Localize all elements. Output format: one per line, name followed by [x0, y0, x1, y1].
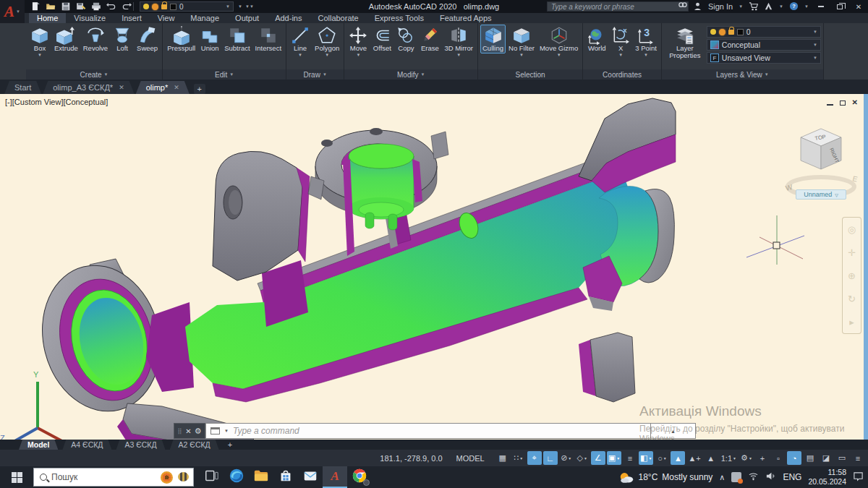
chevron-down-icon[interactable]: ▼ [804, 4, 809, 9]
qat-more-icon[interactable]: ▼ [238, 4, 242, 9]
status-toggle-object-snap[interactable]: ▣▼ [607, 451, 621, 465]
ribbon-tab-visualize[interactable]: Visualize [66, 13, 114, 23]
search-icon[interactable] [678, 1, 687, 12]
panel-label-coordinates[interactable]: Coordinates [583, 69, 661, 80]
layout-tab-model[interactable]: Model [19, 440, 58, 450]
minimize-button[interactable] [814, 1, 827, 12]
pan-icon[interactable]: ✛ [848, 247, 856, 258]
status-toggle-ortho-mode[interactable]: ∟ [543, 451, 558, 465]
status-toggle-lineweight[interactable]: ≡ [623, 451, 637, 465]
command-line-grip[interactable]: ⣿✕ ⚙ [174, 423, 205, 439]
ribbon-tab-insert[interactable]: Insert [114, 13, 150, 23]
ribbon-button-sweep[interactable]: Sweep [135, 25, 160, 53]
drawing-canvas[interactable]: [-][Custom View][Conceptual] ✕ [0, 94, 868, 440]
ribbon-tab-collaborate[interactable]: Collaborate [310, 13, 366, 23]
ribbon-tab-home[interactable]: Home [29, 13, 66, 23]
status-toggle-annotation-scale[interactable]: 1:1▼ [720, 451, 738, 465]
taskbar-clock[interactable]: 11:5820.05.2024 [808, 468, 846, 487]
orbit-icon[interactable]: ↻ [848, 294, 856, 304]
file-tab-start[interactable]: Start [4, 81, 41, 94]
status-toggle-isometric-drafting[interactable]: ◇▼ [575, 451, 590, 465]
save-icon[interactable] [61, 1, 71, 12]
ribbon-tab-add-ins[interactable]: Add-ins [267, 13, 310, 23]
panel-label-selection[interactable]: Selection [478, 69, 582, 80]
ribbon-tab-output[interactable]: Output [227, 13, 267, 23]
taskbar-app-chrome[interactable] [347, 466, 372, 488]
taskbar-search-input[interactable]: Пошук [33, 468, 194, 487]
vertical-scrollbar[interactable] [864, 94, 868, 440]
plot-icon[interactable] [91, 1, 101, 12]
ribbon-button-move[interactable]: Move▼ [346, 25, 370, 59]
panel-label-create[interactable]: Create▼ [26, 69, 162, 80]
status-toggle-workspace-switching[interactable]: ⚙▼ [739, 451, 754, 465]
ribbon-button-x[interactable]: xX▼ [609, 25, 632, 59]
status-toggle-clean-screen[interactable]: ▭ [835, 451, 849, 465]
open-folder-icon[interactable] [46, 1, 56, 12]
status-toggle-isolate-objects[interactable]: ▫ [771, 451, 786, 465]
status-toggle-snap-mode[interactable]: ∷▼ [511, 451, 526, 465]
viewport-close-icon[interactable]: ✕ [852, 99, 858, 106]
close-button[interactable]: ✕ [852, 1, 865, 12]
language-indicator[interactable]: ENG [783, 472, 801, 482]
wifi-icon[interactable] [748, 471, 759, 484]
volume-icon[interactable] [765, 471, 776, 484]
chevron-down-icon[interactable]: ▼ [739, 4, 743, 9]
ribbon-button-layer-properties[interactable]: Layer Properties [664, 25, 706, 61]
hidden-icons-chevron[interactable]: ∧ [719, 473, 725, 482]
full-navigation-wheel-icon[interactable]: ◎ [848, 224, 856, 235]
chevron-down-icon[interactable]: ▼ [779, 4, 783, 9]
layout-tab-a3-єскд[interactable]: A3 ЄСКД [116, 440, 165, 450]
notification-center-icon[interactable] [853, 471, 864, 484]
ribbon-button-polygon[interactable]: Polygon▼ [312, 25, 341, 59]
ribbon-button-intersect[interactable]: Intersect [253, 25, 284, 53]
status-toggle-hardware-acceleration[interactable]: ◔ [787, 451, 801, 465]
view-name-pill[interactable]: Unnamed▽ [796, 189, 846, 200]
taskbar-app-mail[interactable] [298, 466, 323, 488]
status-toggle-3d-object-snap[interactable]: ○▼ [655, 451, 669, 465]
application-menu-button[interactable]: A▼ [0, 0, 25, 23]
combo-0[interactable]: 0▼ [707, 26, 821, 38]
tray-app-icon[interactable] [731, 472, 741, 482]
panel-label-modify[interactable]: Modify▼ [344, 69, 477, 80]
command-popup-box[interactable]: ▲ [651, 423, 696, 439]
status-toggle-transparency[interactable]: ◧▼ [639, 451, 653, 465]
ribbon-button-loft[interactable]: Loft [111, 25, 134, 53]
taskbar-app-store[interactable] [273, 466, 298, 488]
status-toggle-annotation-visibility[interactable]: ▲ [671, 451, 685, 465]
user-icon[interactable] [693, 1, 702, 12]
viewport-restore-icon[interactable] [840, 100, 846, 106]
ribbon-button-no-filter[interactable]: No Filter▼ [506, 25, 537, 59]
ribbon-button-revolve[interactable]: Revolve [81, 25, 110, 53]
panel-label-edit[interactable]: Edit▼ [163, 69, 286, 80]
new-layout-button[interactable]: + [224, 440, 237, 449]
status-toggle-dynamic-input[interactable]: ⌖ [527, 451, 542, 465]
combo-unsaved-view[interactable]: FUnsaved View▼ [707, 52, 821, 64]
command-input[interactable]: ▼ Type a command [205, 423, 651, 439]
status-toggle-customize-plus[interactable]: + [755, 451, 770, 465]
taskbar-weather[interactable]: 18°C Mostly sunny [618, 471, 713, 484]
viewcube[interactable]: W E TOP RIGHT [785, 129, 859, 196]
taskbar-app-explorer[interactable] [249, 466, 273, 488]
panel-label-draw[interactable]: Draw▼ [286, 69, 344, 80]
new-file-icon[interactable] [30, 1, 41, 12]
start-button[interactable] [0, 466, 33, 488]
ribbon-button-line[interactable]: Line▼ [289, 25, 312, 59]
cart-icon[interactable] [749, 1, 758, 12]
ribbon-button-3d-mirror[interactable]: 3D Mirror▼ [442, 25, 475, 59]
help-icon[interactable]: ? [789, 1, 799, 12]
navigation-bar[interactable]: ◎ ✛ ⊕ ↻ ▸ [842, 217, 861, 334]
combo-conceptual[interactable]: Conceptual▼ [707, 39, 821, 51]
zoom-icon[interactable]: ⊕ [848, 270, 856, 281]
restore-button[interactable] [833, 1, 846, 12]
status-toggle-object-snap-tracking[interactable]: ∠ [591, 451, 605, 465]
search-highlight-bee-image[interactable] [178, 472, 189, 481]
ribbon-button-extrude[interactable]: Extrude [52, 25, 80, 53]
ribbon-tab-manage[interactable]: Manage [182, 13, 227, 23]
ribbon-button-erase[interactable]: Erase [418, 25, 441, 53]
model-space-button[interactable]: MODEL [451, 453, 490, 464]
ribbon-tab-view[interactable]: View [150, 13, 183, 23]
file-tab-olimp[interactable]: olimp*✕ [136, 81, 190, 94]
qat-customize-icon[interactable]: ▼▼ [245, 4, 254, 9]
status-toggle-graphics-performance[interactable]: ◪ [819, 451, 833, 465]
ribbon-button-offset[interactable]: Offset [370, 25, 393, 53]
